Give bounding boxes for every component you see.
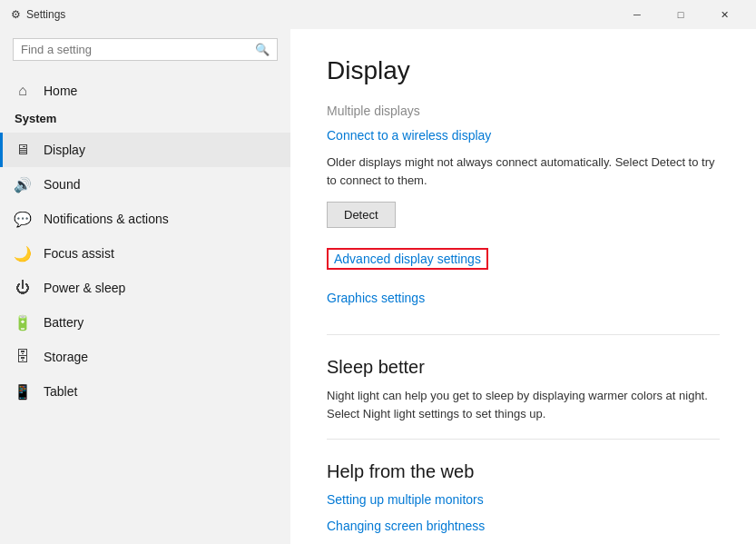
sidebar-item-power-label: Power & sleep [44, 281, 125, 295]
close-icon: ✕ [721, 9, 729, 21]
sidebar-item-display-label: Display [44, 143, 85, 157]
connect-wireless-link[interactable]: Connect to a wireless display [327, 128, 491, 143]
search-input[interactable] [21, 43, 255, 56]
sidebar-item-storage[interactable]: 🗄 Storage [0, 340, 290, 374]
sidebar-item-tablet[interactable]: 📱 Tablet [0, 374, 290, 409]
home-icon: ⌂ [15, 83, 31, 99]
nav-item-home[interactable]: ⌂ Home [0, 74, 290, 108]
sidebar-item-sound[interactable]: 🔊 Sound [0, 167, 290, 202]
app-title: Settings [26, 8, 65, 21]
sidebar-item-power[interactable]: ⏻ Power & sleep [0, 271, 290, 305]
search-icon: 🔍 [255, 43, 270, 56]
sidebar-item-focus[interactable]: 🌙 Focus assist [0, 236, 290, 271]
title-bar: ⚙ Settings ─ □ ✕ [0, 0, 756, 29]
search-box[interactable]: 🔍 [13, 38, 278, 61]
sidebar-item-storage-label: Storage [44, 350, 88, 364]
power-icon: ⏻ [15, 280, 31, 296]
display-icon: 🖥 [15, 142, 31, 158]
home-label: Home [44, 84, 77, 98]
sidebar: 🔍 ⌂ Home System 🖥 Display 🔊 Sound 💬 Noti… [0, 29, 290, 544]
graphics-settings-link[interactable]: Graphics settings [327, 291, 425, 305]
main-content: Display Multiple displays Connect to a w… [290, 29, 756, 544]
maximize-icon: □ [678, 9, 684, 20]
sound-icon: 🔊 [15, 176, 31, 193]
minimize-icon: ─ [633, 9, 641, 20]
help-link-multiple-monitors[interactable]: Setting up multiple monitors [327, 492, 484, 507]
sidebar-item-battery-label: Battery [44, 315, 83, 330]
title-bar-controls: ─ □ ✕ [616, 0, 745, 29]
help-section-title: Help from the web [327, 461, 720, 482]
sidebar-item-focus-label: Focus assist [44, 246, 114, 261]
maximize-button[interactable]: □ [660, 0, 702, 29]
sidebar-item-sound-label: Sound [44, 177, 80, 192]
app-body: 🔍 ⌂ Home System 🖥 Display 🔊 Sound 💬 Noti… [0, 29, 756, 544]
help-link-screen-brightness[interactable]: Changing screen brightness [327, 519, 485, 533]
title-bar-left: ⚙ Settings [11, 8, 65, 21]
detect-button[interactable]: Detect [327, 202, 396, 228]
close-button[interactable]: ✕ [703, 0, 745, 29]
system-section-label: System [0, 108, 290, 133]
section-subtitle: Multiple displays [327, 104, 720, 118]
focus-icon: 🌙 [15, 245, 31, 262]
sidebar-item-display[interactable]: 🖥 Display [0, 133, 290, 167]
minimize-button[interactable]: ─ [616, 0, 658, 29]
sidebar-item-battery[interactable]: 🔋 Battery [0, 305, 290, 340]
divider-2 [327, 439, 720, 440]
tablet-icon: 📱 [15, 383, 31, 400]
sidebar-item-notifications[interactable]: 💬 Notifications & actions [0, 202, 290, 236]
older-displays-description: Older displays might not always connect … [327, 153, 720, 189]
storage-icon: 🗄 [15, 349, 31, 365]
battery-icon: 🔋 [15, 314, 31, 331]
sleep-section-title: Sleep better [327, 357, 720, 378]
notifications-icon: 💬 [15, 211, 31, 227]
divider-1 [327, 334, 720, 335]
sleep-description: Night light can help you get to sleep by… [327, 387, 720, 422]
sidebar-item-notifications-label: Notifications & actions [44, 212, 169, 226]
sidebar-item-tablet-label: Tablet [44, 384, 77, 399]
page-title: Display [327, 56, 720, 85]
settings-icon: ⚙ [11, 8, 21, 21]
advanced-display-settings-link[interactable]: Advanced display settings [327, 248, 488, 270]
